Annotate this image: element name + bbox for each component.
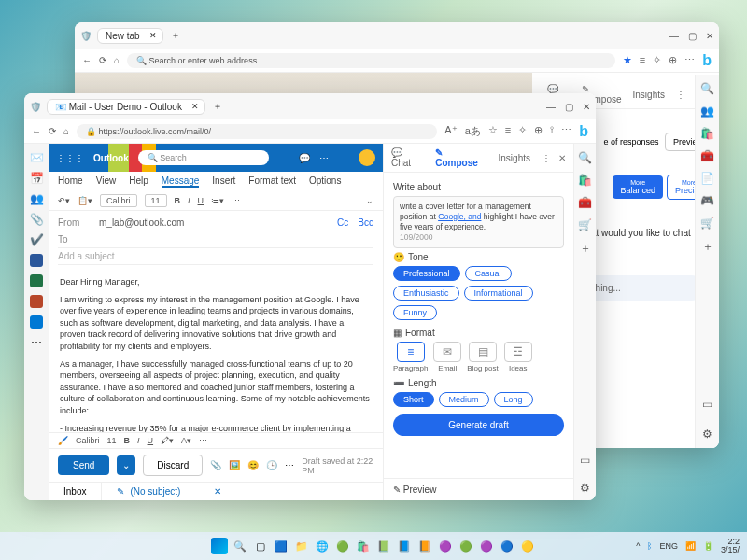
- side-shop-icon[interactable]: 🛍️: [700, 127, 714, 140]
- rail-calendar-icon[interactable]: 📅: [30, 172, 44, 185]
- length-long[interactable]: Long: [494, 392, 533, 407]
- generate-draft-button[interactable]: Generate draft: [393, 414, 564, 436]
- more-icon[interactable]: ⋮: [676, 90, 685, 100]
- size-select-2[interactable]: 11: [107, 436, 117, 445]
- email-body[interactable]: Dear Hiring Manager, I am writing to exp…: [49, 269, 383, 432]
- undo-icon[interactable]: ↶▾: [58, 196, 70, 205]
- emoji-icon[interactable]: 😊: [247, 460, 259, 470]
- rail-more-icon[interactable]: ⋯: [31, 336, 42, 349]
- rail-people-icon[interactable]: 👥: [30, 192, 44, 205]
- size-select[interactable]: 11: [145, 194, 167, 207]
- more-format-icon[interactable]: ⋯: [232, 196, 240, 205]
- tb-vs-icon[interactable]: 🟣: [437, 538, 454, 554]
- format-blogpost[interactable]: ▤: [469, 342, 497, 362]
- rail-todo-icon[interactable]: ✔️: [30, 233, 44, 246]
- tab-home[interactable]: Home: [58, 175, 83, 188]
- ext-icon[interactable]: ≡: [505, 124, 511, 138]
- url-input[interactable]: 🔍 Search or enter web address: [127, 53, 615, 68]
- tray-lang[interactable]: ENG: [659, 541, 678, 551]
- tab-message[interactable]: Message: [162, 175, 200, 188]
- close-button[interactable]: ✕: [706, 31, 713, 41]
- new-tab-button[interactable]: ＋: [213, 100, 222, 113]
- italic-icon[interactable]: I: [137, 436, 140, 445]
- side-collapse-icon[interactable]: ▭: [702, 398, 712, 411]
- tone-professional[interactable]: Professional: [393, 266, 460, 281]
- font-paint-icon[interactable]: 🖌️: [58, 436, 68, 445]
- bing-tab-compose[interactable]: ✎ Compose: [435, 147, 486, 168]
- close-tab-icon[interactable]: ✕: [149, 31, 157, 40]
- tab-view[interactable]: View: [96, 175, 117, 188]
- highlight-icon[interactable]: 🖍▾: [161, 436, 174, 445]
- maximize-button[interactable]: ▢: [688, 31, 697, 41]
- bcc-link[interactable]: Bcc: [358, 217, 374, 228]
- refresh-icon[interactable]: ⟳: [99, 55, 106, 65]
- close-tab-icon[interactable]: ✕: [191, 102, 199, 111]
- subject-input[interactable]: Add a subject: [58, 251, 115, 261]
- side-tools-icon[interactable]: 🧰: [578, 196, 592, 209]
- bing-tab-insights[interactable]: Insights: [499, 153, 530, 163]
- side-search-icon[interactable]: 🔍: [578, 151, 592, 164]
- tb-taskview-icon[interactable]: ▢: [252, 538, 269, 554]
- rail-attach-icon[interactable]: 📎: [30, 213, 44, 226]
- side-settings-icon[interactable]: ⚙: [702, 427, 712, 441]
- underline-icon[interactable]: U: [198, 196, 204, 205]
- home-icon[interactable]: ⌂: [114, 55, 120, 65]
- prompt-input[interactable]: write a cover letter for a management po…: [393, 196, 564, 248]
- image-icon[interactable]: 🖼️: [229, 460, 240, 470]
- format-paragraph[interactable]: ≡: [397, 342, 425, 362]
- tb-word-icon[interactable]: 📘: [396, 538, 413, 554]
- refresh-icon[interactable]: ⟳: [49, 126, 56, 136]
- tb-widgets-icon[interactable]: 🟦: [273, 538, 289, 554]
- tab-insert[interactable]: Insert: [212, 175, 235, 188]
- tb-discord-icon[interactable]: 🟣: [478, 538, 495, 554]
- collections-icon[interactable]: ✧: [653, 54, 661, 66]
- reader-icon[interactable]: A⁺: [444, 124, 457, 138]
- favorite-icon[interactable]: ★: [623, 54, 632, 66]
- translate-icon[interactable]: aあ: [465, 124, 481, 138]
- paste-icon[interactable]: 📋▾: [78, 196, 92, 205]
- side-cart-icon[interactable]: 🛒: [578, 218, 592, 231]
- skype-icon[interactable]: 💬: [299, 153, 310, 163]
- tone-casual[interactable]: Casual: [465, 266, 512, 281]
- maximize-button[interactable]: ▢: [565, 102, 573, 112]
- attach-icon[interactable]: 📎: [210, 460, 221, 470]
- color-icon[interactable]: A▾: [181, 436, 191, 445]
- side-settings-icon[interactable]: ⚙: [580, 482, 590, 495]
- back-icon[interactable]: ←: [82, 55, 92, 65]
- rail-mail-icon[interactable]: ✉️: [30, 151, 44, 164]
- more-icon[interactable]: ⋯: [319, 153, 329, 163]
- tray-battery-icon[interactable]: 🔋: [703, 541, 713, 551]
- tb-edge2-icon[interactable]: 🟢: [334, 538, 351, 554]
- more-send-icon[interactable]: ⋯: [285, 460, 294, 470]
- collections-icon[interactable]: ✧: [518, 124, 527, 138]
- more-icon[interactable]: ⋮: [542, 153, 551, 163]
- bullets-icon[interactable]: ≔▾: [211, 196, 224, 205]
- side-shop-icon[interactable]: 🛍️: [578, 174, 592, 187]
- ribbon-expand-icon[interactable]: ⌄: [366, 196, 374, 205]
- rail-onedrive-icon[interactable]: [30, 315, 43, 329]
- bold-icon[interactable]: B: [124, 436, 131, 445]
- side-add-icon[interactable]: ＋: [580, 241, 591, 257]
- tab-format-text[interactable]: Format text: [248, 175, 296, 188]
- tb-search-icon[interactable]: 🔍: [232, 538, 248, 554]
- format-ideas[interactable]: ☲: [504, 342, 532, 362]
- underline-icon[interactable]: U: [148, 436, 154, 445]
- side-tools-icon[interactable]: 🧰: [700, 149, 714, 162]
- screenshot-icon[interactable]: ⟟: [550, 124, 554, 138]
- more-icon[interactable]: ⋯: [199, 436, 207, 445]
- length-short[interactable]: Short: [393, 392, 434, 407]
- format-email[interactable]: ✉: [433, 342, 461, 362]
- bing-sidebar-icon[interactable]: b: [702, 52, 712, 69]
- minimize-button[interactable]: —: [669, 31, 679, 41]
- tb-explorer-icon[interactable]: 📁: [293, 538, 310, 554]
- tone-enthusiastic[interactable]: Enthusiastic: [393, 286, 459, 301]
- tb-edge-icon[interactable]: 🌐: [314, 538, 331, 554]
- tray-chevron-icon[interactable]: ^: [636, 541, 640, 551]
- outlook-tab[interactable]: 📧 Mail - User Demo - Outlook ✕: [47, 99, 205, 115]
- tone-informational[interactable]: Informational: [464, 286, 533, 301]
- from-value[interactable]: m_lab@outlook.com: [99, 217, 184, 228]
- tab-options[interactable]: Options: [309, 175, 341, 188]
- tb-chrome-icon[interactable]: 🔵: [499, 538, 515, 554]
- italic-icon[interactable]: I: [188, 196, 190, 205]
- new-tab-button[interactable]: ＋: [171, 29, 180, 42]
